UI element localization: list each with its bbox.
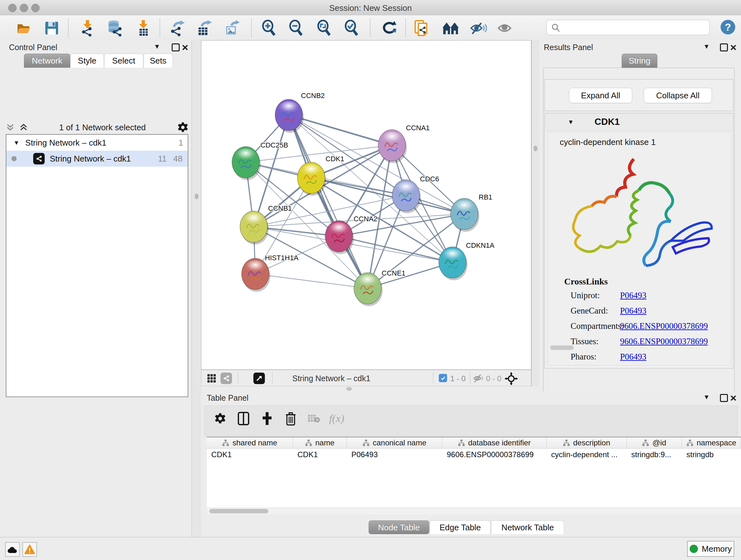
crosslink-link[interactable]: P06493 xyxy=(620,306,647,316)
table-panel-menu-icon[interactable]: ▾ xyxy=(704,392,709,401)
table-hscroll-thumb[interactable] xyxy=(209,509,268,513)
cell-databaseidentifier[interactable]: 9606.ENSP00000378699 xyxy=(442,449,547,461)
node-CCNB2[interactable]: CCNB2 xyxy=(275,91,325,133)
edge-HIST1H1A-CCNE1[interactable] xyxy=(255,274,367,288)
zoom-in-icon[interactable] xyxy=(261,20,277,37)
column-header-name[interactable]: name xyxy=(293,437,347,448)
divider-handle[interactable] xyxy=(346,387,352,391)
hidden-counts: 0 - 0 xyxy=(486,374,501,383)
edge-CCNB2-CCNE1[interactable] xyxy=(289,115,367,288)
tab-network[interactable]: Network xyxy=(24,54,70,68)
show-columns-icon[interactable] xyxy=(235,411,252,427)
crosslink-label: GeneCard: xyxy=(570,306,620,316)
expand-all-icon[interactable] xyxy=(19,123,28,132)
control-panel-close-icon[interactable]: × xyxy=(182,44,188,51)
tab-sets[interactable]: Sets xyxy=(143,54,173,68)
collection-expander-icon[interactable]: ▾ xyxy=(15,138,18,147)
open-session-icon[interactable] xyxy=(15,20,32,37)
network-collection-row[interactable]: ▾ String Network – cdk1 1 xyxy=(6,135,188,151)
birds-eye-view-icon[interactable] xyxy=(207,374,216,383)
divider-handle[interactable] xyxy=(534,145,537,151)
save-session-icon[interactable] xyxy=(44,20,60,37)
node-CCNE1[interactable]: CCNE1 xyxy=(354,269,406,306)
control-panel-float-icon[interactable] xyxy=(172,44,180,51)
gene-expander-icon[interactable]: ▾ xyxy=(569,118,572,126)
export-network-icon[interactable] xyxy=(169,20,186,37)
cell-id[interactable]: stringdb:9... xyxy=(627,449,682,461)
cell-sharedname[interactable]: CDK1 xyxy=(207,449,293,461)
column-header-canonicalname[interactable]: canonical name xyxy=(347,437,442,448)
node-CDC6[interactable]: CDC6 xyxy=(392,175,439,213)
cell-description[interactable]: cyclin-dependent ... xyxy=(547,449,627,461)
network-row[interactable]: String Network – cdk1 11 48 xyxy=(6,151,188,167)
cell-canonicalname[interactable]: P06493 xyxy=(347,449,442,461)
results-panel-float-icon[interactable] xyxy=(720,44,728,51)
network-options-gear-icon[interactable] xyxy=(177,121,189,133)
memory-button[interactable]: Memory xyxy=(687,541,734,557)
column-header-namespace[interactable]: namespace xyxy=(682,437,741,448)
edge-CCNA2-CDKN1A[interactable] xyxy=(339,236,453,262)
cell-name[interactable]: CDK1 xyxy=(293,449,347,461)
import-table-icon[interactable] xyxy=(135,20,151,37)
cell-namespace[interactable]: stringdb xyxy=(682,449,741,461)
refresh-icon[interactable] xyxy=(381,20,398,37)
gene-card-hscroll-thumb[interactable] xyxy=(550,346,574,350)
control-panel-menu-icon[interactable]: ▾ xyxy=(155,42,159,51)
cloud-status-button[interactable] xyxy=(5,542,20,557)
tab-style[interactable]: Style xyxy=(70,54,104,68)
tab-edge-table[interactable]: Edge Table xyxy=(430,520,490,534)
node-HIST1H1A[interactable]: HIST1H1A xyxy=(242,254,298,292)
collapse-all-button[interactable]: Collapse All xyxy=(644,88,712,103)
warnings-button[interactable] xyxy=(22,542,37,557)
tab-node-table[interactable]: Node Table xyxy=(368,520,429,534)
results-panel-menu-icon[interactable]: ▾ xyxy=(704,42,709,51)
home-icon[interactable] xyxy=(443,20,459,37)
search-input[interactable] xyxy=(563,21,705,33)
export-table-icon[interactable] xyxy=(196,20,212,37)
results-panel-close-icon[interactable]: × xyxy=(730,44,737,51)
zoom-selected-icon[interactable] xyxy=(343,20,360,37)
collapse-all-icon[interactable] xyxy=(6,123,15,132)
string-network-graph[interactable]: CCNB2CCNA1CDC25BCDK1CDC6RB1CCNB1CCNA2CDK… xyxy=(201,40,531,370)
table-row[interactable]: CDK1CDK1P064939606.ENSP00000378699cyclin… xyxy=(207,449,741,461)
column-header-id[interactable]: @id xyxy=(627,437,682,448)
help-icon[interactable]: ? xyxy=(721,20,735,35)
open-in-window-icon[interactable] xyxy=(253,373,265,384)
results-panel-divider[interactable] xyxy=(531,40,540,386)
tab-network-table[interactable]: Network Table xyxy=(491,520,564,534)
column-header-databaseidentifier[interactable]: database identifier xyxy=(442,437,547,448)
selected-checkbox-icon[interactable] xyxy=(439,374,447,382)
zoom-out-icon[interactable] xyxy=(288,20,305,37)
tab-select[interactable]: Select xyxy=(104,54,143,68)
node-CDKN1A[interactable]: CDKN1A xyxy=(439,241,495,280)
network-share-icon[interactable] xyxy=(220,373,232,384)
copy-network-icon[interactable] xyxy=(413,20,430,37)
crosslink-link[interactable]: P06493 xyxy=(620,352,647,362)
import-network-icon[interactable] xyxy=(79,20,96,37)
footer-separator xyxy=(272,372,273,384)
add-column-icon[interactable] xyxy=(259,411,275,427)
control-panel-divider[interactable] xyxy=(192,40,202,537)
table-panel-close-icon[interactable]: × xyxy=(730,395,737,401)
fit-selected-crosshair-icon[interactable] xyxy=(504,372,518,385)
zoom-fit-icon[interactable] xyxy=(316,20,333,37)
crosslink-link[interactable]: 9606.ENSP00000378699 xyxy=(620,336,708,347)
network-selection-bar: 1 of 1 Network selected xyxy=(6,121,189,134)
show-all-icon[interactable] xyxy=(497,20,514,37)
edge-CCNB2-CCNA1[interactable] xyxy=(289,115,392,145)
divider-handle[interactable] xyxy=(195,193,199,199)
delete-column-icon[interactable] xyxy=(283,411,299,427)
export-image-icon[interactable] xyxy=(223,20,240,37)
column-header-sharedname[interactable]: shared name xyxy=(207,437,293,448)
gene-card-header[interactable]: ▾ CDK1 xyxy=(545,113,733,131)
hide-selected-icon[interactable] xyxy=(470,20,487,37)
tab-string[interactable]: String xyxy=(622,54,657,68)
table-gear-icon[interactable] xyxy=(212,411,228,427)
table-panel-float-icon[interactable] xyxy=(720,394,728,402)
expand-all-button[interactable]: Expand All xyxy=(569,88,632,103)
node-RB1[interactable]: RB1 xyxy=(451,193,492,232)
import-network-database-icon[interactable] xyxy=(106,20,123,37)
column-header-description[interactable]: description xyxy=(547,437,627,448)
crosslink-link[interactable]: P06493 xyxy=(620,291,647,300)
crosslink-link[interactable]: 9606.ENSP00000378699 xyxy=(620,321,708,331)
